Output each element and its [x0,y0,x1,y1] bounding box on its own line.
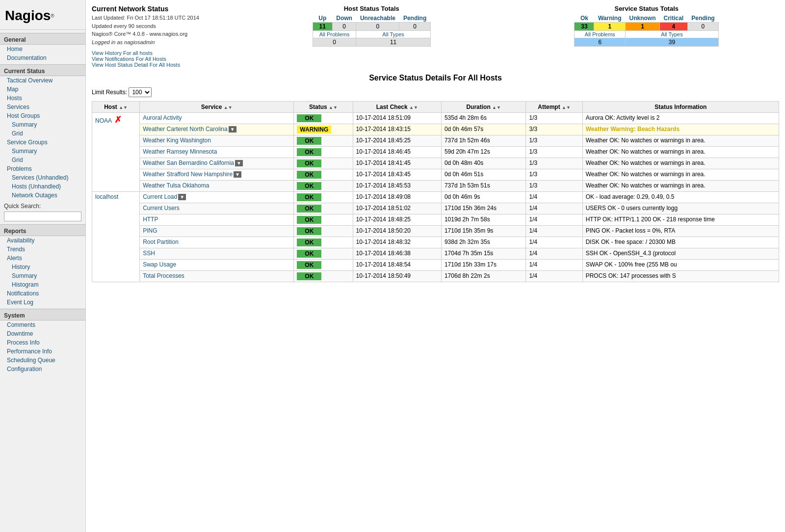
sidebar-item-event-log[interactable]: Event Log [0,298,85,307]
status-badge[interactable]: OK [297,250,321,258]
service-name-link[interactable]: Current Load [143,193,177,200]
svc-all-types-val[interactable]: 39 [626,38,719,47]
status-badge[interactable]: OK [297,239,321,246]
sidebar-item-configuration[interactable]: Configuration [0,365,85,373]
service-name-link[interactable]: PING [143,227,157,234]
sidebar-item-performance-info[interactable]: Performance Info [0,347,85,356]
service-name-link[interactable]: Weather Strafford New Hampshire [143,171,233,178]
sort-attempt[interactable]: ▲▼ [562,105,571,110]
service-name-link[interactable]: Weather San Bernardino California [143,160,234,166]
sort-service[interactable]: ▲▼ [224,105,233,110]
sort-host[interactable]: ▲▼ [119,105,128,110]
status-badge[interactable]: OK [297,160,321,167]
sidebar-item-services[interactable]: Services [0,103,85,111]
sidebar-item-host-groups[interactable]: Host Groups [0,111,85,120]
svc-all-problems-val[interactable]: 6 [575,38,626,47]
host-name-link[interactable]: NOAA [95,117,112,124]
sidebar-item-alerts-histogram[interactable]: Histogram [0,280,85,289]
sidebar-item-hosts[interactable]: Hosts [0,94,85,103]
svc-col-unknown: Unknown [626,14,660,23]
service-name-link[interactable]: Auroral Activity [143,114,182,121]
host-val-down[interactable]: 0 [332,23,356,31]
limit-results-select[interactable]: 100 25 50 250 [129,87,152,97]
host-val-pending[interactable]: 0 [399,23,430,31]
service-name-link[interactable]: Total Processes [143,272,184,279]
sidebar-item-map[interactable]: Map [0,85,85,94]
service-name-link[interactable]: HTTP [143,216,158,223]
action-icon[interactable]: ▼ [235,160,243,166]
view-notifications-link[interactable]: View Notifications For All Hosts [92,56,229,62]
service-name-link[interactable]: Weather Ramsey Minnesota [143,148,217,155]
status-badge[interactable]: OK [297,137,321,145]
status-badge[interactable]: OK [297,216,321,224]
host-val-up[interactable]: 11 [313,23,332,31]
host-all-problems-val[interactable]: 0 [313,38,356,47]
sidebar-item-alerts-history[interactable]: History [0,263,85,271]
last-check-cell: 10-17-2014 18:43:45 [353,169,441,181]
host-error-icon[interactable]: ✗ [112,115,122,125]
status-badge[interactable]: OK [297,261,321,269]
service-name-link[interactable]: Weather Tulsa Oklahoma [143,182,209,189]
action-icon[interactable]: ▼ [234,171,241,178]
service-name-link[interactable]: Weather Carteret North Carolina [143,126,228,133]
service-name-link[interactable]: SSH [143,250,155,257]
sidebar-item-availability[interactable]: Availability [0,236,85,245]
host-all-types-val[interactable]: 11 [356,38,430,47]
sidebar-item-process-info[interactable]: Process Info [0,338,85,347]
view-detail-link[interactable]: View Host Status Detail For All Hosts [92,62,229,68]
sidebar-item-home[interactable]: Home [0,45,85,53]
status-badge[interactable]: WARNING [297,126,331,133]
sort-duration[interactable]: ▲▼ [492,105,501,110]
logo-text: Nagios [5,8,51,23]
quick-search-input[interactable] [4,212,81,221]
host-name-link[interactable]: localhost [95,193,118,200]
status-badge[interactable]: OK [297,205,321,213]
sidebar-item-tactical-overview[interactable]: Tactical Overview [0,76,85,85]
status-badge[interactable]: OK [297,193,321,201]
sidebar-item-documentation[interactable]: Documentation [0,53,85,62]
service-name-link[interactable]: Swap Usage [143,261,176,268]
status-badge[interactable]: OK [297,227,321,235]
last-check-cell: 10-17-2014 18:43:15 [353,124,441,135]
action-icon[interactable]: ▼ [229,126,236,133]
sidebar-item-downtime[interactable]: Downtime [0,329,85,338]
sidebar-item-servicegroups-summary[interactable]: Summary [0,147,85,156]
sort-status[interactable]: ▲▼ [329,105,338,110]
sidebar-item-trends[interactable]: Trends [0,245,85,254]
sidebar-item-alerts-summary[interactable]: Summary [0,271,85,280]
sidebar-item-scheduling-queue[interactable]: Scheduling Queue [0,356,85,365]
svc-val-warning[interactable]: 1 [594,23,626,31]
action-icon[interactable]: ▼ [178,194,186,200]
status-badge[interactable]: OK [297,148,321,156]
sidebar-item-servicegroups-grid[interactable]: Grid [0,156,85,164]
status-badge[interactable]: OK [297,272,321,280]
svc-val-unknown[interactable]: 1 [626,23,660,31]
svc-val-critical[interactable]: 4 [660,23,688,31]
sidebar-item-alerts[interactable]: Alerts [0,254,85,263]
host-totals-title: Host Status Totals [239,5,504,12]
sidebar-item-services-unhandled[interactable]: Services (Unhandled) [0,173,85,182]
sidebar-item-network-outages[interactable]: Network Outages [0,191,85,200]
sidebar-item-hostgroups-grid[interactable]: Grid [0,129,85,138]
sidebar-item-notifications[interactable]: Notifications [0,289,85,298]
service-name-link[interactable]: Root Partition [143,239,179,245]
sidebar-item-hostgroups-summary[interactable]: Summary [0,120,85,129]
svc-val-pending[interactable]: 0 [687,23,718,31]
sort-last-check[interactable]: ▲▼ [409,105,418,110]
view-history-link[interactable]: View History For all hosts [92,50,229,56]
service-name-link[interactable]: Weather King Washington [143,137,211,144]
sidebar-item-comments[interactable]: Comments [0,320,85,329]
status-badge[interactable]: OK [297,171,321,179]
status-badge[interactable]: OK [297,182,321,190]
status-cell: OK [294,237,353,248]
sidebar-item-hosts-unhandled[interactable]: Hosts (Unhandled) [0,182,85,191]
svc-all-problems-label: All Problems [575,31,626,38]
service-name-link[interactable]: Current Users [143,205,180,212]
svc-val-ok[interactable]: 33 [575,23,594,31]
status-badge[interactable]: OK [297,114,321,122]
duration-cell: 0d 0h 48m 40s [441,158,526,169]
attempt-cell: 1/4 [526,192,582,203]
sidebar-item-service-groups[interactable]: Service Groups [0,138,85,147]
sidebar-item-problems[interactable]: Problems [0,164,85,173]
host-val-unreachable[interactable]: 0 [356,23,399,31]
